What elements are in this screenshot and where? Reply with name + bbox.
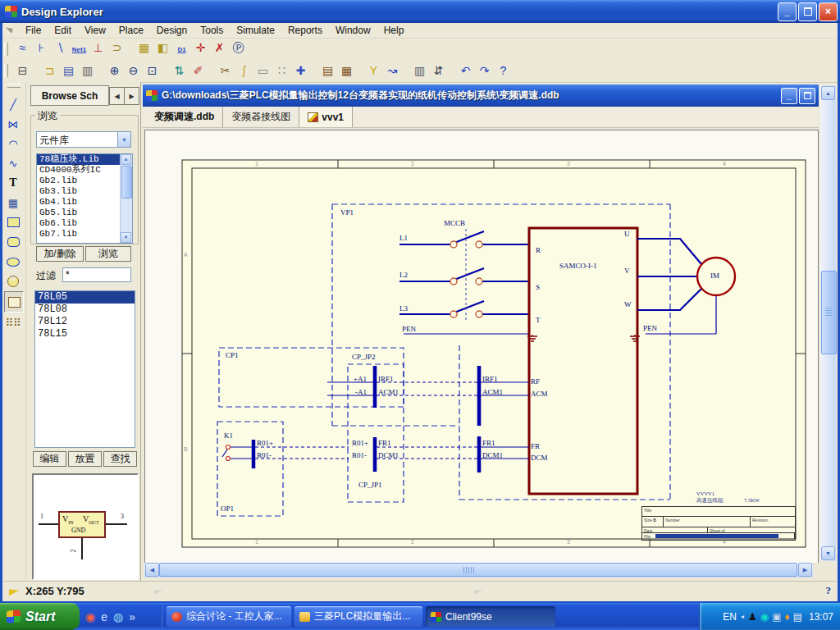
image-tool-icon[interactable] [4, 291, 24, 313]
document-tab[interactable]: vvv1 [299, 107, 353, 127]
restore-button[interactable] [798, 2, 817, 21]
menu-item[interactable]: Tools [194, 23, 230, 38]
move-icon[interactable]: ✚ [291, 62, 310, 80]
tray-alert-icon[interactable]: ♦ [785, 612, 790, 622]
list-item[interactable]: Gb7.lib [37, 229, 132, 240]
library-icon[interactable]: ▥ [410, 62, 429, 80]
toolbar-grip[interactable] [4, 43, 8, 56]
minimize-button[interactable]: _ [778, 2, 797, 21]
table-tool-icon[interactable]: ▦ [4, 193, 22, 212]
scroll-down-icon[interactable]: ▼ [121, 232, 131, 243]
horizontal-scrollbar[interactable]: ◀ ▶ [144, 563, 813, 578]
vertical-scrollbar[interactable]: ▲ ▼ [820, 85, 836, 561]
polygon-tool-icon[interactable]: ⋈ [4, 114, 22, 134]
snap-icon[interactable]: ∷ [272, 62, 291, 80]
scroll-left-icon[interactable]: ◀ [145, 563, 159, 577]
language-indicator[interactable]: EN [723, 611, 737, 623]
browse-library-button[interactable]: 浏览 [85, 246, 131, 262]
pie-tool-icon[interactable] [4, 272, 22, 291]
scroll-down-icon[interactable]: ▼ [821, 546, 835, 560]
power-port-icon[interactable]: ⊥ [89, 39, 107, 57]
menu-item[interactable]: Window [329, 23, 377, 38]
scroll-up-icon[interactable]: ▲ [121, 154, 131, 165]
undo-icon[interactable]: ↶ [456, 62, 475, 80]
list-item[interactable]: Gb5.lib [37, 208, 132, 218]
pin-swap-icon[interactable]: ⇵ [429, 62, 448, 80]
schematic-canvas[interactable]: VP1MCCBL1L2L3PENRSTSAMCO-I-1UVWPENIMRFAC… [144, 130, 819, 564]
list-item[interactable]: 78L12 [35, 316, 135, 328]
doc-restore-button[interactable] [799, 88, 815, 104]
freehand-tool-icon[interactable]: ∿ [4, 153, 22, 173]
redo-icon[interactable]: ↷ [475, 62, 494, 80]
start-button[interactable]: Start [0, 603, 80, 630]
scrollbar-thumb[interactable] [121, 166, 132, 199]
quick-launch-more-icon[interactable]: » [129, 611, 135, 623]
scrollbar-thumb[interactable] [821, 271, 837, 354]
toolbar-grip[interactable] [4, 64, 8, 77]
bus-entry-icon[interactable]: ∖ [51, 39, 70, 57]
cabinet2-icon[interactable]: ▦ [337, 62, 356, 80]
scrollbar-thumb[interactable] [159, 563, 797, 577]
panel-prev-icon[interactable]: ◀ [109, 87, 125, 105]
tray-network-icon[interactable]: ▣ [772, 612, 781, 622]
quick-launch-browser-icon[interactable]: ◍ [113, 611, 123, 623]
list-item[interactable]: 78稳压块.Lib [37, 154, 132, 165]
tray-media-icon[interactable]: ◉ [760, 612, 769, 622]
list-item[interactable]: 78L05 [35, 291, 135, 304]
signal-icon[interactable]: ↝ [383, 62, 402, 80]
wrench-icon[interactable]: Y [364, 62, 383, 80]
place-button[interactable]: 放置 [68, 451, 102, 467]
bus-tool-icon[interactable]: ⊦ [32, 39, 51, 57]
zoom-in-icon[interactable]: ⊕ [105, 62, 124, 80]
quick-launch-app-icon[interactable]: ◉ [85, 611, 95, 623]
scroll-right-icon[interactable]: ▶ [798, 563, 812, 577]
select-rect-icon[interactable]: ▭ [253, 62, 272, 80]
save-icon[interactable]: ▤ [59, 62, 78, 80]
pcb-rule-icon[interactable]: Ⓟ [229, 39, 248, 57]
menu-item[interactable]: Help [377, 23, 411, 38]
wire-tool-icon[interactable]: ≈ [13, 39, 32, 57]
quick-launch-ie-icon[interactable]: e [101, 611, 107, 623]
sheet-entry-icon[interactable]: ◧ [153, 39, 172, 57]
taskbar-task-forum[interactable]: 综合讨论 - 工控人家... [167, 606, 291, 627]
library-type-combobox[interactable]: 元件库 ▼ [36, 131, 131, 148]
panel-next-icon[interactable]: ▶ [124, 87, 139, 105]
list-item[interactable]: CD4000系列IC [37, 165, 132, 176]
explorer-toggle-icon[interactable]: ⊟ [13, 62, 32, 80]
cutter-icon[interactable]: ✂ [216, 62, 235, 80]
bezier-icon[interactable]: ʃ [235, 62, 253, 80]
zoom-area-icon[interactable]: ⊡ [143, 62, 162, 80]
menu-item[interactable]: Place [112, 23, 150, 38]
document-titlebar[interactable]: G:\downloads\三菱PLC模拟量输出控制12台变频器实现的纸机传动控制… [143, 84, 819, 107]
taskbar-task-folder[interactable]: 三菱PLC模拟量输出... [294, 606, 422, 627]
wand-icon[interactable]: ✐ [189, 62, 208, 80]
open-icon[interactable]: ⊐ [40, 62, 59, 80]
port-icon[interactable]: D1 [172, 42, 191, 59]
zoom-out-icon[interactable]: ⊖ [124, 62, 143, 80]
cabinet-icon[interactable]: ▤ [318, 62, 337, 80]
document-tab[interactable]: 变频器接线图 [223, 107, 299, 127]
chevron-down-icon[interactable]: ▼ [117, 132, 130, 147]
print-icon[interactable]: ▥ [78, 62, 97, 80]
filter-input[interactable] [62, 267, 131, 282]
ellipse-tool-icon[interactable] [4, 252, 22, 272]
list-item[interactable]: 78L15 [35, 328, 135, 340]
menu-item[interactable]: Design [150, 23, 194, 38]
doc-minimize-button[interactable]: _ [781, 88, 797, 104]
menu-item[interactable]: View [78, 23, 112, 38]
list-item[interactable]: Gb6.lib [37, 218, 132, 229]
menu-item[interactable]: Edit [48, 23, 78, 38]
toolbar-grip[interactable] [7, 84, 21, 88]
net-label-icon[interactable]: Net1 [70, 42, 89, 59]
no-erc-icon[interactable]: ✗ [210, 39, 229, 57]
menu-item[interactable]: Reports [281, 23, 329, 38]
sheet-symbol-icon[interactable]: ▦ [135, 39, 153, 57]
list-item[interactable]: Gb3.lib [37, 186, 132, 197]
add-remove-library-button[interactable]: 加/删除 [36, 246, 84, 262]
junction-icon[interactable]: ✛ [191, 39, 210, 57]
tray-qq-icon[interactable]: ♟ [748, 612, 757, 622]
find-button[interactable]: 查找 [103, 451, 137, 467]
arc-tool-icon[interactable]: ◠ [4, 134, 22, 153]
edit-button[interactable]: 编辑 [33, 451, 66, 467]
tray-doc-icon[interactable]: ▤ [793, 612, 802, 622]
